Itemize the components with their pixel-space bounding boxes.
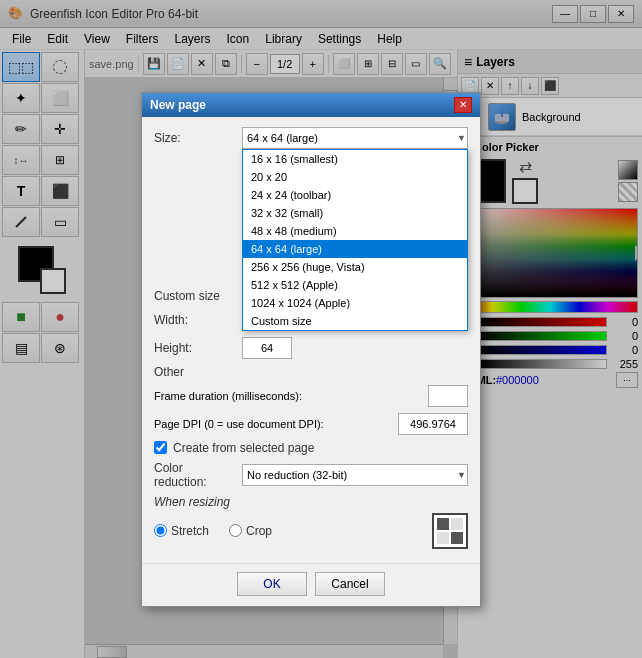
- dropdown-item-1[interactable]: 20 x 20: [243, 168, 467, 186]
- modal-footer: OK Cancel: [142, 563, 480, 606]
- frame-duration-row: Frame duration (milliseconds):: [154, 385, 468, 407]
- width-label: Width:: [154, 313, 234, 327]
- ok-button[interactable]: OK: [237, 572, 307, 596]
- height-label: Height:: [154, 341, 234, 355]
- resize-icon-grid: [432, 513, 468, 549]
- grid-cell-bl: [437, 532, 449, 544]
- dropdown-item-7[interactable]: 512 x 512 (Apple): [243, 276, 467, 294]
- size-row: Size: 64 x 64 (large) ▼ 16 x 16 (smalles…: [154, 127, 468, 149]
- color-reduction-label: Color reduction:: [154, 461, 234, 489]
- resize-radio-group: Stretch Crop: [154, 524, 272, 538]
- color-reduction-wrapper: No reduction (32-bit) ▼: [242, 464, 468, 486]
- crop-radio[interactable]: [229, 524, 242, 537]
- other-label: Other: [154, 365, 234, 379]
- dropdown-item-0[interactable]: 16 x 16 (smallest): [243, 150, 467, 168]
- height-input[interactable]: [242, 337, 292, 359]
- when-resizing-section: When resizing Stretch Crop: [154, 495, 468, 549]
- color-reduction-row: Color reduction: No reduction (32-bit) ▼: [154, 461, 468, 489]
- color-reduction-select[interactable]: No reduction (32-bit): [242, 464, 468, 486]
- page-dpi-label: Page DPI (0 = use document DPI):: [154, 418, 390, 430]
- modal-body: Size: 64 x 64 (large) ▼ 16 x 16 (smalles…: [142, 117, 480, 563]
- new-page-dialog: New page ✕ Size: 64 x 64 (large) ▼ 16 x …: [141, 92, 481, 607]
- size-dropdown: 16 x 16 (smallest) 20 x 20 24 x 24 (tool…: [242, 149, 468, 331]
- grid-cell-tl: [437, 518, 449, 530]
- modal-title-bar: New page ✕: [142, 93, 480, 117]
- height-row: Height:: [154, 337, 468, 359]
- frame-duration-input[interactable]: [428, 385, 468, 407]
- page-dpi-row: Page DPI (0 = use document DPI):: [154, 413, 468, 435]
- stretch-label: Stretch: [171, 524, 209, 538]
- dropdown-item-4[interactable]: 48 x 48 (medium): [243, 222, 467, 240]
- stretch-radio-item: Stretch: [154, 524, 209, 538]
- cancel-button[interactable]: Cancel: [315, 572, 385, 596]
- dropdown-item-6[interactable]: 256 x 256 (huge, Vista): [243, 258, 467, 276]
- size-select[interactable]: 64 x 64 (large): [242, 127, 468, 149]
- dropdown-item-9[interactable]: Custom size: [243, 312, 467, 330]
- stretch-radio[interactable]: [154, 524, 167, 537]
- frame-duration-label: Frame duration (milliseconds):: [154, 390, 420, 402]
- dropdown-item-3[interactable]: 32 x 32 (small): [243, 204, 467, 222]
- create-from-label: Create from selected page: [173, 441, 314, 455]
- dropdown-item-5[interactable]: 64 x 64 (large): [243, 240, 467, 258]
- size-label: Size:: [154, 131, 234, 145]
- dropdown-item-8[interactable]: 1024 x 1024 (Apple): [243, 294, 467, 312]
- crop-radio-item: Crop: [229, 524, 272, 538]
- modal-overlay: New page ✕ Size: 64 x 64 (large) ▼ 16 x …: [0, 0, 642, 658]
- resize-options-row: Stretch Crop: [154, 513, 468, 549]
- grid-cell-br: [451, 532, 463, 544]
- custom-size-label: Custom size: [154, 289, 234, 303]
- modal-close-button[interactable]: ✕: [454, 97, 472, 113]
- create-from-row: Create from selected page: [154, 441, 468, 455]
- other-row: Other: [154, 365, 468, 379]
- grid-cell-tr: [451, 518, 463, 530]
- dropdown-item-2[interactable]: 24 x 24 (toolbar): [243, 186, 467, 204]
- modal-title: New page: [150, 98, 206, 112]
- when-resizing-label: When resizing: [154, 495, 468, 509]
- size-select-wrapper: 64 x 64 (large) ▼ 16 x 16 (smallest) 20 …: [242, 127, 468, 149]
- create-from-checkbox[interactable]: [154, 441, 167, 454]
- crop-label: Crop: [246, 524, 272, 538]
- page-dpi-input[interactable]: [398, 413, 468, 435]
